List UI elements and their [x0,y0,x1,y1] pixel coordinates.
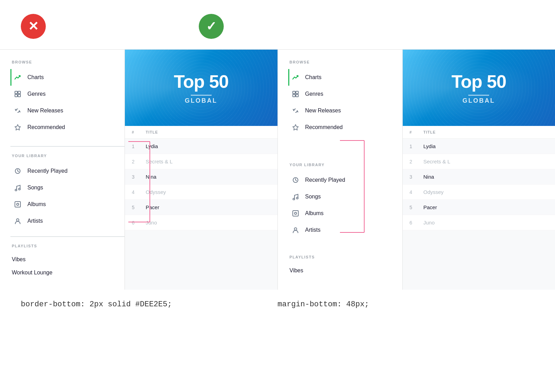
track-title-5-left: Pacer [146,204,271,210]
svg-point-18 [296,197,298,199]
artists-label-left: Artists [27,218,43,224]
track-row-3-left[interactable]: 3 Nina [125,169,278,185]
sidebar-item-recently-played-right[interactable]: Recently Played [288,172,402,188]
songs-label-left: Songs [27,185,43,191]
artists-icon-right [291,225,300,235]
playlist-workout-left[interactable]: Workout Lounge [10,266,125,279]
correct-icon [199,14,224,39]
left-track-list: # TITLE 1 Lydia 2 Secrets & L 3 Nina 4 [125,126,278,230]
workout-label-left: Workout Lounge [12,270,52,275]
track-row-1-left[interactable]: 1 Lydia [125,139,278,154]
playlists-label-left: PLAYLISTS [10,236,125,248]
track-num-5-right: 5 [410,205,424,210]
svg-point-6 [15,189,17,191]
annotation-row: border-bottom: 2px solid #DEE2E5; margin… [0,290,555,319]
svg-marker-4 [15,125,20,130]
track-row-6-left[interactable]: 6 Juno [125,215,278,230]
left-banner: Top 50 GLOBAL [125,50,278,126]
sidebar-item-new-releases-right[interactable]: New Releases [288,102,402,119]
left-main-content: Top 50 GLOBAL # TITLE 1 Lydia 2 Secrets … [125,50,278,290]
svg-rect-19 [293,211,298,216]
left-banner-underline [191,95,212,96]
playlist-vibes-right[interactable]: Vibes [288,264,402,277]
right-col-title-header: TITLE [424,130,548,134]
recently-played-icon-right [291,175,300,185]
albums-label-left: Albums [27,201,46,207]
playlist-vibes-left[interactable]: Vibes [10,253,125,266]
recently-played-label-left: Recently Played [27,168,68,174]
sidebar-item-songs-left[interactable]: Songs [10,179,125,196]
artists-icon-left [13,216,23,226]
songs-label-right: Songs [305,194,321,200]
correct-annotation-text: margin-bottom: 48px; [278,300,534,309]
sidebar-item-recently-played-left[interactable]: Recently Played [10,163,125,179]
sidebar-item-artists-left[interactable]: Artists [10,213,125,229]
charts-icon-right [291,73,300,82]
svg-point-21 [294,228,297,230]
track-title-1-right: Lydia [424,143,548,149]
right-global-text: GLOBAL [462,97,495,104]
track-num-1-right: 1 [410,144,424,149]
sidebar-item-new-releases-left[interactable]: New Releases [10,102,125,119]
new-releases-label-left: New Releases [27,108,63,114]
svg-point-9 [17,203,19,205]
x-icon [28,19,39,34]
sidebar-item-genres-right[interactable]: Genres [288,86,402,102]
svg-rect-12 [296,91,298,94]
track-row-1-right[interactable]: 1 Lydia [403,139,555,154]
sidebar-item-recommended-right[interactable]: Recommended [288,119,402,136]
track-title-4-left: Odyssey [146,189,271,195]
track-title-3-right: Nina [424,174,548,180]
track-row-4-right[interactable]: 4 Odyssey [403,185,555,200]
new-releases-icon-left [13,106,23,116]
sidebar-item-charts-right[interactable]: Charts [288,69,402,86]
right-sidebar: BROWSE Charts [278,50,403,290]
genres-label-left: Genres [27,91,45,97]
track-row-6-right[interactable]: 6 Juno [403,215,555,230]
svg-rect-14 [296,94,298,97]
track-title-6-right: Juno [424,220,548,225]
recommended-label-left: Recommended [27,124,65,130]
recently-played-icon-left [13,166,23,176]
track-row-3-right[interactable]: 3 Nina [403,169,555,185]
track-num-2-right: 2 [410,159,424,164]
vibes-label-left: Vibes [12,256,26,262]
charts-label-right: Charts [305,74,322,80]
svg-rect-1 [18,91,20,94]
sidebar-item-genres-left[interactable]: Genres [10,86,125,102]
sidebar-item-artists-right[interactable]: Artists [288,222,402,238]
right-main-content: Top 50 GLOBAL # TITLE 1 Lydia 2 Secrets … [403,50,555,290]
wrong-annotation-text: border-bottom: 2px solid #DEE2E5; [21,300,278,309]
track-row-5-right[interactable]: 5 Pacer [403,200,555,215]
sidebar-item-songs-right[interactable]: Songs [288,188,402,205]
svg-rect-8 [15,202,20,207]
right-top50-text: Top 50 [451,71,506,92]
genres-label-right: Genres [305,91,323,97]
charts-label-left: Charts [27,74,44,80]
track-row-5-left[interactable]: 5 Pacer [125,200,278,215]
sidebar-item-albums-right[interactable]: Albums [288,205,402,222]
new-releases-label-right: New Releases [305,108,341,114]
browse-label-left: BROWSE [10,60,125,64]
track-title-6-left: Juno [146,220,271,225]
recommended-icon-right [291,122,300,132]
right-banner-underline [468,95,489,96]
svg-point-17 [293,198,294,200]
track-num-3-right: 3 [410,174,424,180]
svg-point-10 [17,219,19,221]
track-row-4-left[interactable]: 4 Odyssey [125,185,278,200]
library-label-left: YOUR LIBRARY [10,146,125,158]
sidebar-item-albums-left[interactable]: Albums [10,196,125,213]
left-top50-text: Top 50 [174,71,229,92]
recommended-label-right: Recommended [305,124,343,130]
top-icons-row [0,0,555,49]
svg-rect-13 [293,94,295,97]
track-row-2-right[interactable]: 2 Secrets & L [403,154,555,169]
genres-icon-right [291,89,300,99]
track-row-2-left[interactable]: 2 Secrets & L [125,154,278,169]
left-global-text: GLOBAL [185,97,217,104]
track-num-6-left: 6 [132,220,146,225]
sidebar-item-recommended-left[interactable]: Recommended [10,119,125,136]
songs-icon-right [291,192,300,202]
sidebar-item-charts-left[interactable]: Charts [10,69,125,86]
